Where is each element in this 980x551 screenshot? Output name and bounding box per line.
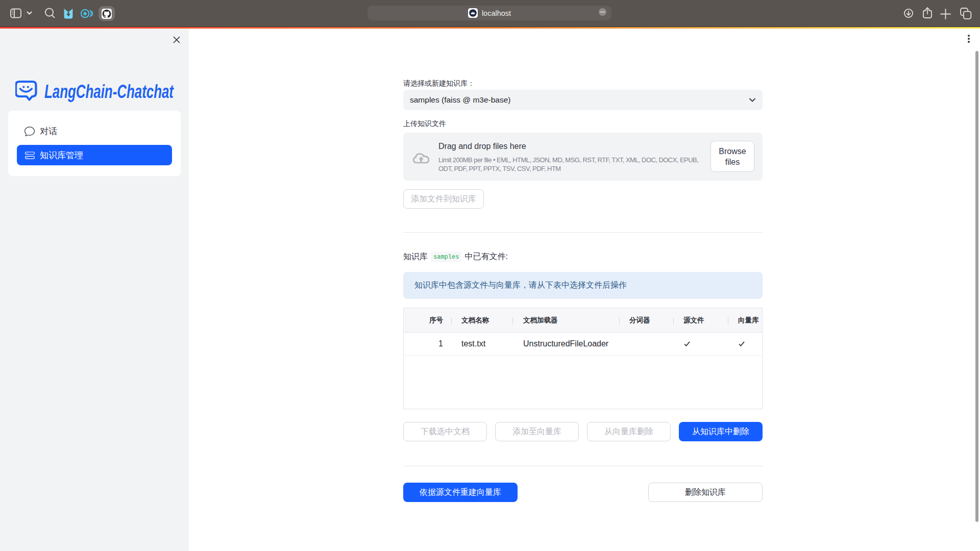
col-header: 向量库 bbox=[728, 308, 762, 332]
kb-select-label: 请选择或新建知识库： bbox=[403, 79, 475, 88]
cell-vector-check bbox=[728, 333, 762, 355]
dropzone-limit-text: Limit 200MB per file • EML, HTML, JSON, … bbox=[438, 156, 711, 173]
kb-selectbox[interactable]: samples (faiss @ m3e-base) bbox=[403, 90, 763, 110]
bookmark-extension-icon[interactable] bbox=[63, 8, 74, 19]
col-header: 序号 bbox=[404, 308, 452, 332]
address-bar[interactable]: localhost bbox=[368, 6, 611, 20]
browser-chrome: localhost bbox=[0, 0, 980, 27]
browse-files-button[interactable]: Browse files bbox=[710, 141, 754, 172]
new-tab-plus-icon[interactable] bbox=[940, 9, 951, 19]
delete-from-kb-button[interactable]: 从知识库中删除 bbox=[679, 422, 763, 441]
url-text: localhost bbox=[482, 9, 511, 17]
cell-loader: UnstructuredFileLoader bbox=[513, 333, 620, 355]
kb-files-suffix: 中已有文件: bbox=[464, 252, 507, 262]
toolbar-divider bbox=[24, 9, 24, 18]
check-icon bbox=[738, 340, 745, 347]
col-header: 源文件 bbox=[674, 308, 728, 332]
kb-files-heading: 知识库 samples 中已有文件: bbox=[403, 252, 508, 262]
download-selected-button[interactable]: 下载选中文档 bbox=[403, 422, 487, 441]
delete-kb-button[interactable]: 删除知识库 bbox=[648, 483, 763, 502]
kb-name-code: samples bbox=[431, 252, 461, 262]
cell-docname: test.txt bbox=[452, 333, 513, 355]
sidebar-item-label: 对话 bbox=[40, 126, 57, 137]
sidebar-item-chat[interactable]: 对话 bbox=[17, 121, 172, 141]
col-header: 文档名称 bbox=[452, 308, 513, 332]
cloud-upload-icon bbox=[412, 151, 430, 164]
add-to-vector-button[interactable]: 添加至向量库 bbox=[495, 422, 579, 441]
kb-selectbox-value: samples (faiss @ m3e-base) bbox=[410, 95, 511, 105]
rebuild-vector-button[interactable]: 依据源文件重建向量库 bbox=[403, 483, 518, 502]
tabs-overview-icon[interactable] bbox=[960, 8, 972, 20]
logo-text: LangChain-Chatchat bbox=[44, 81, 174, 102]
chat-icon bbox=[24, 126, 35, 136]
upload-label: 上传知识文件 bbox=[403, 119, 446, 129]
app-page: LangChain-Chatchat 对话 bbox=[0, 29, 980, 551]
langchain-chatchat-logo: LangChain-Chatchat bbox=[15, 79, 177, 104]
close-sidebar-icon[interactable] bbox=[172, 35, 182, 45]
github-toolbar-button[interactable] bbox=[99, 6, 115, 21]
kb-files-table[interactable]: 序号 文档名称 文档加载器 分词器 源文件 向量库 1 test.txt Uns… bbox=[403, 308, 763, 409]
sidebar-menu: 对话 知识库管理 bbox=[8, 111, 181, 176]
divider bbox=[403, 232, 763, 233]
cell-index: 1 bbox=[404, 333, 452, 355]
col-header: 文档加载器 bbox=[513, 308, 620, 332]
sidebar-item-knowledge-base[interactable]: 知识库管理 bbox=[17, 145, 172, 165]
downloads-icon[interactable] bbox=[904, 9, 913, 18]
page-scrollbar[interactable] bbox=[975, 51, 978, 522]
main-menu-icon[interactable] bbox=[965, 33, 973, 45]
check-icon bbox=[683, 340, 691, 347]
delete-from-vector-button[interactable]: 从向量库删除 bbox=[587, 422, 671, 441]
cell-splitter bbox=[620, 333, 674, 355]
site-favicon bbox=[468, 8, 478, 18]
table-row[interactable]: 1 test.txt UnstructuredFileLoader bbox=[404, 333, 762, 356]
info-alert: 知识库中包含源文件与向量库，请从下表中选择文件后操作 bbox=[403, 272, 763, 299]
cell-source-check bbox=[674, 333, 728, 355]
chevron-down-icon bbox=[748, 96, 756, 104]
table-header: 序号 文档名称 文档加载器 分词器 源文件 向量库 bbox=[404, 308, 762, 333]
server-icon bbox=[24, 150, 35, 160]
kb-files-prefix: 知识库 bbox=[403, 252, 428, 262]
file-dropzone[interactable]: Drag and drop files here Limit 200MB per… bbox=[403, 133, 763, 181]
sidebar-chevron-icon[interactable] bbox=[27, 11, 32, 15]
info-alert-text: 知识库中包含源文件与向量库，请从下表中选择文件后操作 bbox=[414, 280, 627, 291]
share-icon[interactable] bbox=[922, 6, 934, 19]
col-header: 分词器 bbox=[620, 308, 674, 332]
github-icon bbox=[102, 9, 112, 19]
dropzone-title: Drag and drop files here bbox=[438, 142, 526, 151]
divider bbox=[403, 466, 763, 466]
star-extension-icon[interactable] bbox=[80, 8, 94, 19]
add-files-button[interactable]: 添加文件到知识库 bbox=[403, 189, 484, 209]
search-icon[interactable] bbox=[44, 7, 56, 19]
sidebar-item-label: 知识库管理 bbox=[40, 149, 83, 161]
logo-bubble-icon bbox=[16, 82, 36, 100]
sidebar: LangChain-Chatchat 对话 bbox=[0, 29, 189, 551]
page-settings-icon[interactable] bbox=[599, 8, 606, 16]
